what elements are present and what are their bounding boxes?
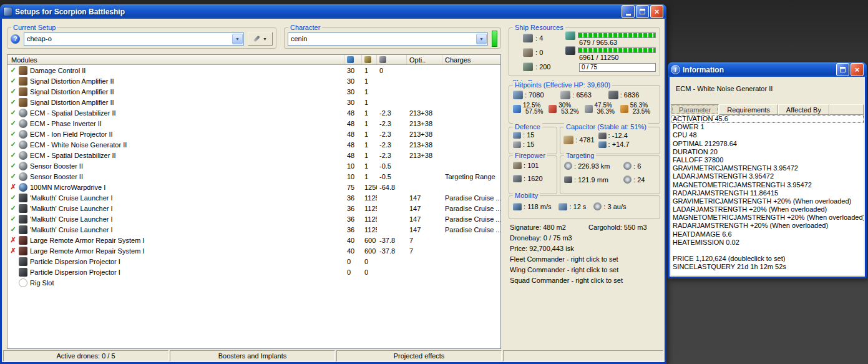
module-icon	[19, 278, 27, 287]
module-row[interactable]: Signal Distortion Amplifier II 30 1	[7, 86, 500, 97]
module-row[interactable]: Signal Distortion Amplifier II 30 1	[7, 76, 500, 86]
attribute-row[interactable]: GRAVIMETRICJAMSTRENGTH 3.95472	[671, 164, 864, 172]
close-button[interactable]: ×	[851, 63, 864, 76]
attribute-row[interactable]: HEATEMISSION 0.02	[671, 239, 864, 247]
module-name: 'Malkuth' Cruise Launcher I	[30, 226, 113, 234]
maximize-button[interactable]	[636, 5, 649, 18]
attribute-row[interactable]: CPU 48	[671, 131, 864, 139]
shield-icon	[513, 91, 523, 99]
module-row[interactable]: ECM - Spatial Destabilizer II 48 1 -2.3 …	[7, 107, 500, 118]
modules-column-header[interactable]: Modules	[7, 55, 344, 64]
maximize-button[interactable]	[836, 63, 849, 76]
module-optimal-value: 213+38	[407, 141, 442, 149]
calibration-value: 200	[535, 63, 550, 71]
main-titlebar[interactable]: Setups for Scorpion Battleship ×	[0, 4, 666, 19]
attribute-row[interactable]: FALLOFF 37800	[671, 156, 864, 164]
module-row[interactable]: 'Malkuth' Cruise Launcher I 36 1125 147 …	[7, 203, 500, 214]
module-icon	[19, 172, 27, 181]
attribute-row[interactable]: PRICE 1,120,624 (doubleclick to set)	[671, 255, 864, 263]
module-row[interactable]: 'Malkuth' Cruise Launcher I 36 1125 147 …	[7, 224, 500, 235]
attribute-row[interactable]: ACTIVATION 45.6	[671, 115, 864, 123]
module-row[interactable]: Large Remote Armor Repair System I 40 60…	[7, 245, 500, 256]
module-optimal-value: 147	[407, 226, 442, 234]
attribute-row[interactable]: RADARJAMSTRENGTH +20% (When overloaded)	[671, 222, 864, 230]
module-row[interactable]: Particle Dispersion Projector I 0 0	[7, 256, 500, 267]
character-combobox[interactable]: cenin ▼	[288, 32, 488, 46]
minimize-button[interactable]	[622, 5, 635, 18]
capacitor-column-icon	[379, 56, 386, 63]
charges-column-header[interactable]: Charges	[442, 55, 500, 64]
attribute-row[interactable]: MAGNETOMETRICJAMSTRENGTH +20% (When over…	[671, 214, 864, 222]
information-tab[interactable]: Parameter	[671, 104, 719, 115]
module-cpu-value: 48	[344, 130, 362, 138]
squad-commander-slot[interactable]: Squad Commander - right click to set	[510, 275, 665, 286]
powergrid-usage-bar	[578, 47, 656, 53]
boosters-implants-panel[interactable]: Boosters and Implants	[170, 350, 335, 362]
module-row[interactable]: ECM - Phase Inverter II 48 1 -2.3 213+38	[7, 118, 500, 129]
module-status-icon	[9, 97, 17, 107]
fleet-commander-slot[interactable]: Fleet Commander - right click to set	[510, 254, 665, 265]
setup-tools-button[interactable]: ▼	[248, 32, 273, 46]
optimal-column-header[interactable]: Opti..	[407, 55, 442, 64]
titlebar-buttons: ×	[836, 63, 864, 76]
setup-combobox[interactable]: cheap-o ▼	[24, 32, 244, 46]
module-row[interactable]: Particle Dispersion Projector I 0 0	[7, 267, 500, 277]
attribute-row[interactable]: DURATION 20	[671, 148, 864, 156]
attribute-row[interactable]: GRAVIMETRICJAMSTRENGTH +20% (When overlo…	[671, 197, 864, 205]
sensor-strength-icon	[623, 175, 631, 184]
module-cap-value: -0.5	[377, 162, 407, 170]
module-powergrid-value: 1	[362, 152, 377, 159]
module-row[interactable]: ECM - Spatial Destabilizer II 48 1 -2.3 …	[7, 150, 500, 160]
module-optimal-value: 147	[407, 194, 442, 202]
projected-effects-panel[interactable]: Projected effects	[336, 350, 502, 362]
armor-resist-value: 57.5%	[523, 109, 543, 115]
module-row[interactable]: 100MN MicroWarpdrive I 75 1250 -64.8	[7, 182, 500, 192]
attribute-row[interactable]: SINCELASTQUERY 21d 1h 12m 52s	[671, 263, 864, 271]
module-cpu-value: 30	[344, 77, 362, 85]
setup-combobox-arrow[interactable]: ▼	[232, 34, 243, 44]
character-label: Character	[288, 24, 322, 32]
information-titlebar[interactable]: i Information ×	[668, 62, 867, 77]
character-combobox-arrow[interactable]: ▼	[476, 34, 487, 44]
information-tabs: Parameter Requirements Affected By	[671, 104, 864, 115]
scan-resolution-value: 121.9 mm	[574, 176, 608, 184]
chevron-down-icon: ▼	[235, 37, 240, 41]
warp-speed-value: 3 au/s	[603, 203, 626, 210]
defence-value-1: 15	[523, 131, 534, 139]
information-tab[interactable]: Affected By	[778, 104, 829, 115]
attribute-row[interactable]: MAGNETOMETRICJAMSTRENGTH 3.95472	[671, 181, 864, 189]
attribute-row[interactable]: LADARJAMSTRENGTH +20% (When overloaded)	[671, 205, 864, 214]
module-row[interactable]: 'Malkuth' Cruise Launcher I 36 1125 147 …	[7, 214, 500, 224]
attribute-row[interactable]: OPTIMAL 212978.64	[671, 140, 864, 148]
module-row[interactable]: Sensor Booster II 10 1 -0.5 Targeting Ra…	[7, 171, 500, 182]
powergrid-column-header[interactable]	[362, 55, 377, 64]
close-button[interactable]: ×	[650, 5, 663, 18]
module-row[interactable]: Signal Distortion Amplifier II 30 1	[7, 97, 500, 107]
module-row[interactable]: ECM - White Noise Generator II 48 1 -2.3…	[7, 139, 500, 150]
attribute-row[interactable]: HEATDAMAGE 6.6	[671, 230, 864, 239]
chevron-down-icon: ▼	[479, 37, 484, 41]
module-row[interactable]: Large Remote Armor Repair System I 40 60…	[7, 235, 500, 245]
module-row[interactable]: Sensor Booster II 10 1 -0.5	[7, 160, 500, 171]
module-name: Sensor Booster II	[30, 162, 83, 170]
resist-cell: 12.5% 57.5%	[513, 102, 549, 115]
wing-commander-slot[interactable]: Wing Commander - right click to set	[510, 265, 665, 275]
volley-icon	[513, 162, 522, 169]
attribute-row[interactable]: POWER 1	[671, 123, 864, 131]
module-name: Rig Slot	[30, 279, 54, 287]
warp-speed-icon	[593, 202, 602, 210]
capacitor-column-header[interactable]	[377, 55, 407, 64]
module-cap-value: -2.3	[377, 152, 407, 159]
module-row[interactable]: Rig Slot	[7, 277, 500, 288]
attribute-row[interactable]: RADARJAMSTRENGTH 11.86415	[671, 189, 864, 197]
information-tab[interactable]: Requirements	[719, 104, 778, 115]
module-row[interactable]: 'Malkuth' Cruise Launcher I 36 1125 147 …	[7, 192, 500, 203]
help-icon[interactable]: ?	[11, 34, 20, 44]
module-row[interactable]: ECM - Ion Field Projector II 48 1 -2.3 2…	[7, 129, 500, 139]
cpu-column-header[interactable]	[344, 55, 362, 64]
module-cap-value: -2.3	[377, 141, 407, 149]
attribute-row[interactable]	[671, 247, 864, 255]
module-row[interactable]: Damage Control II 30 1 0	[7, 65, 500, 76]
attribute-row[interactable]: LADARJAMSTRENGTH 3.95472	[671, 172, 864, 180]
active-drones-panel[interactable]: Active drones: 0 / 5	[3, 350, 168, 362]
